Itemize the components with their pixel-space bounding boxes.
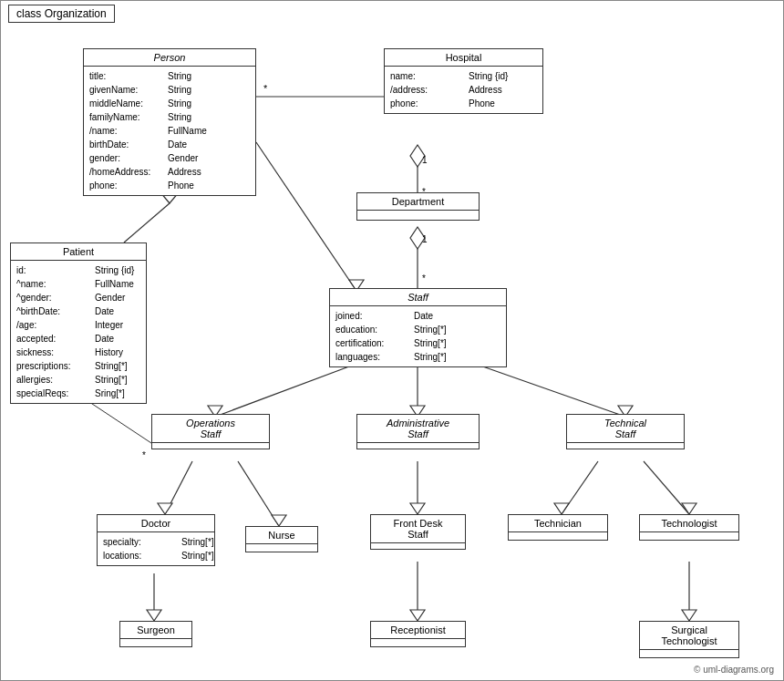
- svg-line-28: [644, 461, 689, 514]
- class-technologist-header: Technologist: [640, 515, 738, 532]
- svg-line-14: [215, 364, 356, 417]
- svg-marker-31: [147, 610, 161, 621]
- svg-marker-3: [410, 145, 425, 167]
- svg-line-10: [124, 203, 170, 242]
- class-surgical-technologist: SurgicalTechnologist: [639, 621, 739, 658]
- svg-text:1: 1: [422, 155, 428, 165]
- class-receptionist: Receptionist: [370, 621, 466, 647]
- class-patient: Patient id:String {id} ^name:FullName ^g…: [10, 242, 147, 404]
- class-technician: Technician: [508, 514, 608, 541]
- class-department: Department: [356, 192, 480, 221]
- class-doctor: Doctor specialty:String[*] locations:Str…: [97, 514, 215, 566]
- class-surgeon: Surgeon: [119, 621, 192, 647]
- class-person: Person title:String givenName:String mid…: [83, 48, 256, 196]
- svg-text:*: *: [142, 450, 146, 460]
- svg-line-22: [238, 461, 279, 526]
- svg-line-18: [475, 364, 625, 417]
- svg-marker-35: [682, 610, 696, 621]
- class-hospital-header: Hospital: [385, 49, 542, 67]
- class-administrative-staff-header: AdministrativeStaff: [357, 415, 479, 443]
- class-front-desk-staff: Front DeskStaff: [370, 514, 466, 550]
- class-person-body: title:String givenName:String middleName…: [84, 67, 255, 195]
- svg-text:*: *: [422, 273, 426, 284]
- class-administrative-staff: AdministrativeStaff: [356, 414, 480, 449]
- svg-text:*: *: [263, 83, 268, 94]
- class-operations-staff-header: OperationsStaff: [152, 415, 269, 443]
- class-department-header: Department: [357, 193, 479, 211]
- svg-marker-29: [682, 503, 696, 514]
- class-patient-body: id:String {id} ^name:FullName ^gender:Ge…: [11, 261, 146, 403]
- svg-line-20: [165, 461, 192, 514]
- class-nurse: Nurse: [245, 526, 318, 552]
- svg-marker-25: [410, 503, 425, 514]
- class-surgeon-header: Surgeon: [120, 622, 191, 639]
- class-front-desk-staff-header: Front DeskStaff: [371, 515, 465, 543]
- svg-marker-33: [410, 610, 425, 621]
- svg-line-26: [562, 461, 598, 514]
- class-technician-header: Technician: [509, 515, 607, 532]
- class-technical-staff-header: TechnicalStaff: [567, 415, 684, 443]
- class-technologist: Technologist: [639, 514, 739, 541]
- diagram-title: class Organization: [8, 5, 115, 23]
- class-department-body: [357, 211, 479, 220]
- svg-marker-23: [272, 515, 286, 526]
- class-doctor-body: specialty:String[*] locations:String[*]: [98, 532, 214, 565]
- class-operations-staff: OperationsStaff: [151, 414, 270, 449]
- svg-line-12: [256, 142, 356, 291]
- class-nurse-header: Nurse: [246, 527, 317, 544]
- class-staff-body: joined:Date education:String[*] certific…: [330, 306, 506, 366]
- svg-marker-7: [410, 227, 425, 249]
- class-hospital: Hospital name:String {id} /address:Addre…: [384, 48, 543, 114]
- class-patient-header: Patient: [11, 243, 146, 261]
- svg-marker-27: [554, 503, 569, 514]
- class-technical-staff: TechnicalStaff: [566, 414, 685, 449]
- svg-text:1: 1: [422, 234, 428, 244]
- diagram-container: class Organization * 1 * 1 *: [0, 0, 784, 681]
- class-receptionist-header: Receptionist: [371, 622, 465, 639]
- class-staff-header: Staff: [330, 289, 506, 306]
- class-hospital-body: name:String {id} /address:Address phone:…: [385, 67, 542, 113]
- class-person-header: Person: [84, 49, 255, 67]
- copyright: © uml-diagrams.org: [694, 665, 774, 675]
- class-doctor-header: Doctor: [98, 515, 214, 532]
- class-surgical-technologist-header: SurgicalTechnologist: [640, 622, 738, 650]
- class-staff: Staff joined:Date education:String[*] ce…: [329, 288, 507, 367]
- svg-marker-21: [158, 503, 172, 514]
